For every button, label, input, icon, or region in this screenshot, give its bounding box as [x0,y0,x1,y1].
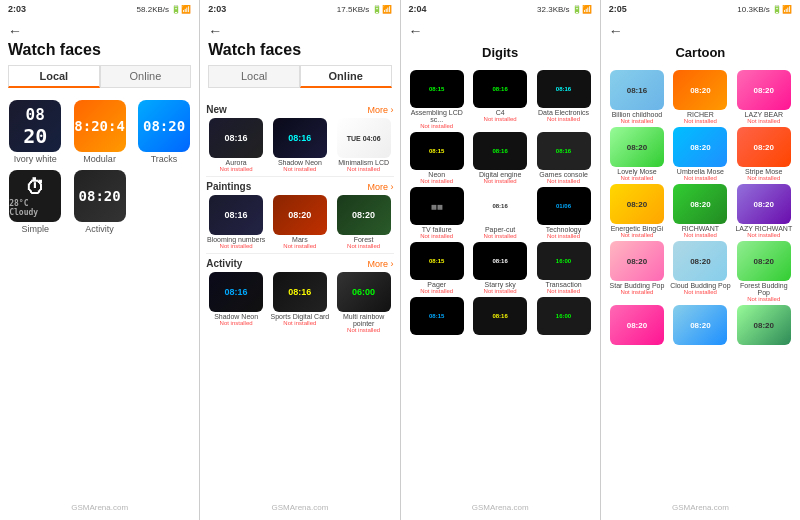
list-item[interactable]: 08:15 Pager Not installed [407,242,467,294]
list-item[interactable]: 08:16 Shadow Neon Not installed [270,118,330,172]
list-item[interactable]: 08:20 Forest Budding Pop Not installed [734,241,794,302]
digits-row-5: 08:15 08:16 16:00 [407,297,594,336]
list-item[interactable]: 08:16 Data Electronics Not installed [533,70,593,129]
list-item[interactable]: 08:20 Forest Not installed [334,195,394,249]
list-item[interactable]: 08:20 RICHWANT Not installed [670,184,730,238]
header-1: ← Watch faces Local Online [0,18,199,96]
list-item[interactable]: 06:00 Multi rainbow pointer Not installe… [334,272,394,333]
status-bar-2: 2:03 17.5KB/s 🔋📶 [200,0,399,18]
label-paper: Paper-cut [485,226,515,233]
thumb-lazybear: 08:20 [737,70,791,110]
list-item[interactable]: 08:16 Shadow Neon Not installed [206,272,266,333]
list-item[interactable]: 08:16 [470,297,530,336]
status-digital: Not installed [484,178,517,184]
thumb-digital: 08:16 [473,132,527,170]
list-item[interactable]: 08:20 Tracks [135,100,193,164]
cartoon-row-3: 08:20 Energetic BingGi Not installed 08:… [607,184,794,238]
list-item[interactable]: 08:16 Sports Digital Card Not installed [270,272,330,333]
section-new-more[interactable]: More › [367,105,393,115]
label-transaction: Transaction [545,281,581,288]
cartoon-row-2: 08:20 Lovely Mose Not installed 08:20 Um… [607,127,794,181]
tab-local-2[interactable]: Local [208,65,300,88]
list-item[interactable]: 08:20 Activity [70,170,128,234]
status-bar-3: 2:04 32.3KB/s 🔋📶 [401,0,600,18]
list-item[interactable]: 08:20 [607,305,667,345]
digits-row-3: ▦▦ TV failure Not installed 08:16 Paper-… [407,187,594,239]
list-item[interactable]: 08:20 Energetic BingGi Not installed [607,184,667,238]
list-item[interactable]: TUE 04:06 Minimalism LCD Not installed [334,118,394,172]
list-item[interactable]: 08:16 Digital engine Not installed [470,132,530,184]
tab-online-2[interactable]: Online [300,65,392,88]
list-item[interactable]: 08 20 Ivory white [6,100,64,164]
status-stripe: Not installed [747,175,780,181]
section-new-title: New [206,104,227,115]
thumb-richwant: 08:20 [673,184,727,224]
back-button-4[interactable]: ← [609,23,623,39]
list-item[interactable]: 08:16 Billion childhood Not installed [607,70,667,124]
list-item[interactable]: 08:20 LAZY BEAR Not installed [734,70,794,124]
tab-local-1[interactable]: Local [8,65,100,88]
label-richer: RICHER [687,111,714,118]
list-item[interactable]: 08:16 C4 Not installed [470,70,530,129]
thumb-bot2: 08:20 [673,305,727,345]
status-lazybear: Not installed [747,118,780,124]
list-item[interactable]: 08:20 Star Budding Pop Not installed [607,241,667,302]
status-shadowneon: Not installed [283,166,316,172]
label-games: Games console [539,171,588,178]
label-pager: Pager [427,281,446,288]
list-item[interactable]: 01/06 Technology Not installed [533,187,593,239]
list-item[interactable]: 08:20 Stripe Mose Not installed [734,127,794,181]
list-item[interactable]: 08:16 Starry sky Not installed [470,242,530,294]
list-item[interactable]: 08:20 Cloud Budding Pop Not installed [670,241,730,302]
list-item[interactable]: ▦▦ TV failure Not installed [407,187,467,239]
thumb-energetic: 08:20 [610,184,664,224]
back-button-2[interactable]: ← [208,23,222,39]
list-item[interactable]: 16:00 Transaction Not installed [533,242,593,294]
status-richer: Not installed [684,118,717,124]
list-item[interactable]: 16:00 [533,297,593,336]
label-tech: Technology [546,226,581,233]
label-lazyrich: LAZY RICHWANT [735,225,792,232]
list-item[interactable]: 08:15 [407,297,467,336]
thumb-cloud: 08:20 [673,241,727,281]
list-item[interactable]: 08:20 Lovely Mose Not installed [607,127,667,181]
tab-row-2: Local Online [208,65,391,88]
section-new-header: New More › [206,104,393,115]
list-item[interactable]: 08:16 Games console Not installed [533,132,593,184]
list-item[interactable]: 08:16 Paper-cut Not installed [470,187,530,239]
list-item[interactable]: 08:20 Umbrella Mose Not installed [670,127,730,181]
thumb-star: 08:20 [610,241,664,281]
label-cloud: Cloud Budding Pop [670,282,730,289]
divider-1 [206,176,393,177]
section-activity-more[interactable]: More › [367,259,393,269]
label-minimalism: Minimalism LCD [338,159,389,166]
section-paintings-more[interactable]: More › [367,182,393,192]
list-item[interactable]: 08:15 Neon Not installed [407,132,467,184]
digits-row-2: 08:15 Neon Not installed 08:16 Digital e… [407,132,594,184]
list-item[interactable]: 08:16 Aurora Not installed [206,118,266,172]
thumb-lazyrich: 08:20 [737,184,791,224]
back-button-1[interactable]: ← [8,23,22,39]
list-item[interactable]: 08:20:45 Modular [70,100,128,164]
time-1: 2:03 [8,4,26,14]
status-paper: Not installed [484,233,517,239]
thumb-lovely: 08:20 [610,127,664,167]
list-item[interactable]: ⏱ 28°C Cloudy Simple [6,170,64,234]
back-button-3[interactable]: ← [409,23,423,39]
list-item[interactable]: 08:15 Assembling LCD sc... Not installed [407,70,467,129]
watch-name-modular: Modular [83,154,116,164]
thumb-neon: 08:15 [410,132,464,170]
panel-1: 2:03 58.2KB/s 🔋📶 ← Watch faces Local Onl… [0,0,200,520]
list-item[interactable]: 08:16 Blooming numbers Not installed [206,195,266,249]
clock-face-modular: 08:20:45 [74,100,126,152]
list-item[interactable]: 08:20 LAZY RICHWANT Not installed [734,184,794,238]
list-item[interactable]: 08:20 RICHER Not installed [670,70,730,124]
thumb-data: 08:16 [537,70,591,108]
list-item[interactable]: 08:20 Mars Not installed [270,195,330,249]
thumb-lcd: 08:15 [410,70,464,108]
tab-online-1[interactable]: Online [100,65,192,88]
thumb-tech: 01/06 [537,187,591,225]
list-item[interactable]: 08:20 [670,305,730,345]
thumb-richer: 08:20 [673,70,727,110]
list-item[interactable]: 08:20 [734,305,794,345]
